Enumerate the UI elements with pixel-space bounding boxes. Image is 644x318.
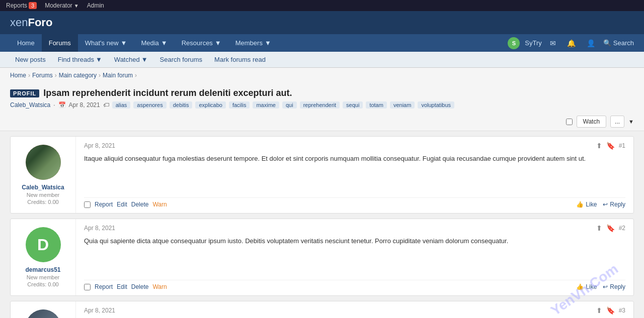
- user-avatar: S: [508, 37, 520, 49]
- reply-icon-2: ↩: [603, 283, 608, 290]
- nav-resources[interactable]: Resources ▼: [175, 34, 228, 52]
- content-area: Caleb_Watsica New member Credits: 0.00 A…: [0, 131, 644, 318]
- sub-nav-new-posts[interactable]: New posts: [10, 52, 51, 67]
- post-2-share-icon[interactable]: ⬆: [596, 224, 602, 232]
- sub-nav-mark-read[interactable]: Mark forums read: [209, 52, 271, 67]
- post-2-footer-left: Report Edit Delete Warn: [84, 283, 167, 290]
- alerts-icon[interactable]: 🔔: [564, 37, 579, 49]
- tag-qui[interactable]: qui: [282, 101, 297, 109]
- post-2-header: Apr 8, 2021 ⬆ 🔖 #2: [84, 224, 625, 232]
- post-1-username[interactable]: Caleb_Watsica: [22, 184, 64, 191]
- post-2-edit[interactable]: Edit: [117, 283, 127, 290]
- tag-sequi[interactable]: sequi: [343, 101, 363, 109]
- admin-bar-reports[interactable]: Reports3: [6, 2, 37, 9]
- resources-arrow: ▼: [215, 39, 221, 47]
- breadcrumb-forums[interactable]: Forums: [32, 72, 53, 79]
- inbox-icon[interactable]: ✉: [547, 37, 559, 49]
- post-3-actions-top: ⬆ 🔖 #3: [596, 306, 625, 314]
- post-1-share-icon[interactable]: ⬆: [596, 142, 602, 150]
- post-3-bookmark-icon[interactable]: 🔖: [606, 306, 615, 314]
- nav-home[interactable]: Home: [10, 34, 42, 52]
- tag-veniam[interactable]: veniam: [390, 101, 415, 109]
- more-dropdown-arrow[interactable]: ▼: [628, 119, 634, 125]
- post-2-checkbox[interactable]: [84, 284, 91, 290]
- nav-members[interactable]: Members ▼: [228, 34, 278, 52]
- admin-bar-admin[interactable]: Admin: [87, 2, 104, 9]
- nav-whats-new[interactable]: What's new ▼: [78, 34, 134, 52]
- post-1-edit[interactable]: Edit: [117, 201, 127, 208]
- account-icon[interactable]: 👤: [584, 37, 598, 49]
- post-1-warn[interactable]: Warn: [152, 201, 167, 208]
- post-2-main: Apr 8, 2021 ⬆ 🔖 #2 Quia qui sapiente dic…: [76, 219, 633, 295]
- thread-author[interactable]: Caleb_Watsica: [10, 101, 50, 109]
- tag-maxime[interactable]: maxime: [253, 101, 279, 109]
- post-3-header: Apr 8, 2021 ⬆ 🔖 #3: [84, 306, 625, 314]
- post-1-report[interactable]: Report: [95, 201, 113, 208]
- thread-meta: Caleb_Watsica · 📅 Apr 8, 2021 🏷 alias as…: [10, 101, 634, 109]
- post-1-date: Apr 8, 2021: [84, 142, 115, 149]
- search-button[interactable]: 🔍 Search: [603, 39, 634, 47]
- tag-facilis[interactable]: facilis: [229, 101, 250, 109]
- more-options-button[interactable]: ...: [610, 116, 624, 128]
- post-1-content: Itaque aliquid consequatur fuga molestia…: [84, 154, 625, 192]
- thread-date: Apr 8, 2021: [69, 101, 100, 109]
- post-2-warn[interactable]: Warn: [152, 283, 167, 290]
- admin-bar-moderator[interactable]: Moderator ▼: [45, 2, 79, 9]
- post-2-username[interactable]: demarcus51: [25, 266, 60, 273]
- post-1-avatar-img: [26, 145, 61, 180]
- post-1: Caleb_Watsica New member Credits: 0.00 A…: [10, 136, 634, 214]
- post-1-footer: Report Edit Delete Warn 👍 Like ↩ Reply: [84, 197, 625, 208]
- like-icon: 👍: [576, 201, 584, 208]
- breadcrumb-home[interactable]: Home: [10, 72, 26, 79]
- tag-alias[interactable]: alias: [112, 101, 131, 109]
- post-2-reply[interactable]: ↩ Reply: [603, 283, 625, 290]
- post-2-num: #2: [619, 225, 625, 232]
- post-2-bookmark-icon[interactable]: 🔖: [606, 224, 615, 232]
- calendar-icon: 📅: [58, 101, 66, 109]
- post-1-checkbox[interactable]: [84, 201, 91, 208]
- post-2-delete[interactable]: Delete: [131, 283, 149, 290]
- post-2-report[interactable]: Report: [95, 283, 113, 290]
- user-link[interactable]: SyTry: [525, 39, 541, 47]
- watch-button[interactable]: Watch: [577, 116, 607, 128]
- tag-totam[interactable]: totam: [366, 101, 387, 109]
- tag-explicabo[interactable]: explicabo: [195, 101, 225, 109]
- thread-title-text: Ipsam reprehenderit incidunt rerum delen…: [43, 88, 292, 98]
- logo-foro: Foro: [28, 16, 52, 29]
- tag-debitis[interactable]: debitis: [170, 101, 193, 109]
- post-2-sidebar: D demarcus51 New member Credits: 0.00: [11, 219, 76, 295]
- post-2-credits: Credits: 0.00: [27, 281, 58, 287]
- sub-nav-find-threads[interactable]: Find threads ▼: [53, 52, 107, 67]
- site-logo[interactable]: xenForo: [10, 16, 52, 29]
- sub-nav-search-forums[interactable]: Search forums: [155, 52, 208, 67]
- tag-aspenores[interactable]: aspenores: [133, 101, 166, 109]
- like-icon-2: 👍: [576, 283, 584, 290]
- breadcrumb-main-category[interactable]: Main category: [59, 72, 97, 79]
- post-1-delete[interactable]: Delete: [131, 201, 149, 208]
- post-2-role: New member: [27, 274, 59, 280]
- post-1-footer-left: Report Edit Delete Warn: [84, 201, 167, 208]
- breadcrumb-main-forum[interactable]: Main forum: [103, 72, 133, 79]
- post-2-content: Quia qui sapiente dicta atque consequatu…: [84, 236, 625, 275]
- post-1-footer-actions: 👍 Like ↩ Reply: [576, 201, 625, 208]
- find-threads-arrow: ▼: [96, 56, 102, 63]
- thread-toolbar: Watch ... ▼: [0, 113, 644, 131]
- post-3-share-icon[interactable]: ⬆: [596, 306, 602, 314]
- post-1-like[interactable]: 👍 Like: [576, 201, 597, 208]
- post-2-like[interactable]: 👍 Like: [576, 283, 597, 290]
- tag-voluptatibus[interactable]: voluptatibus: [418, 101, 454, 109]
- post-1-main: Apr 8, 2021 ⬆ 🔖 #1 Itaque aliquid conseq…: [76, 137, 633, 213]
- select-all-checkbox[interactable]: [566, 119, 573, 125]
- post-3-avatar-img: [26, 309, 61, 318]
- nav-media[interactable]: Media ▼: [134, 34, 174, 52]
- thread-title-row: PROFIL Ipsam reprehenderit incidunt reru…: [10, 88, 634, 98]
- search-icon: 🔍: [603, 39, 611, 47]
- post-1-reply[interactable]: ↩ Reply: [603, 201, 625, 208]
- nav-forums[interactable]: Forums: [42, 34, 78, 52]
- post-1-bookmark-icon[interactable]: 🔖: [606, 142, 615, 150]
- media-arrow: ▼: [161, 39, 168, 47]
- sub-nav-watched[interactable]: Watched ▼: [109, 52, 153, 67]
- post-1-credits: Credits: 0.00: [27, 199, 58, 205]
- watched-arrow: ▼: [141, 56, 148, 63]
- tag-reprehenderit[interactable]: reprehenderit: [300, 101, 340, 109]
